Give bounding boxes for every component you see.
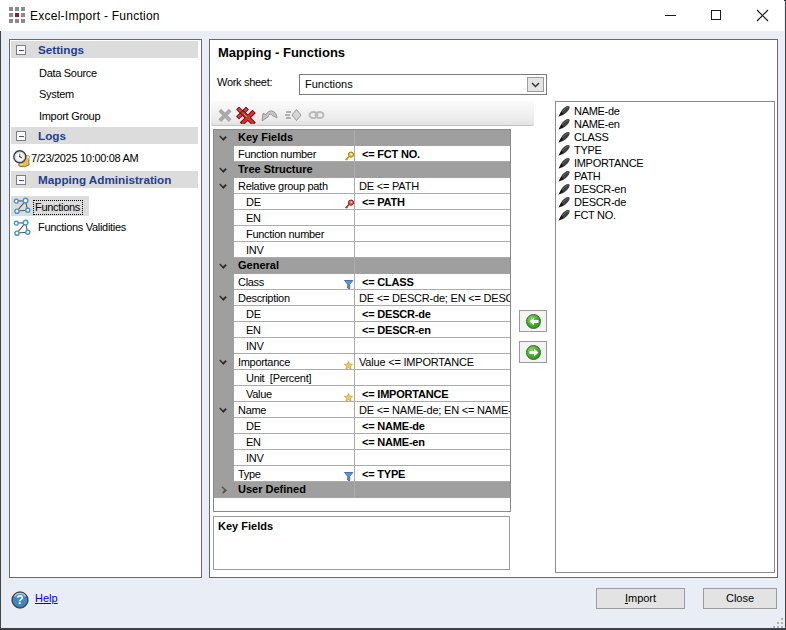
svg-text:?: ? (16, 593, 23, 607)
